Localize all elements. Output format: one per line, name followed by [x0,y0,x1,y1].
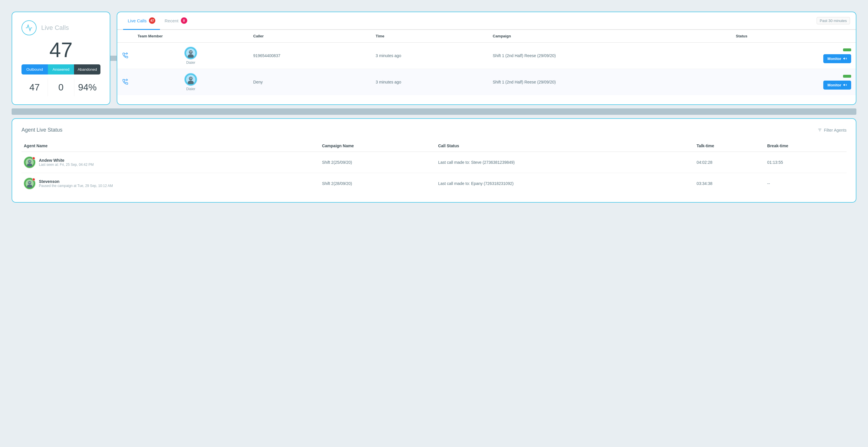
filter-agents-label: Filter Agents [824,128,846,133]
svg-point-27 [29,182,31,184]
svg-point-12 [190,78,190,78]
svg-point-28 [29,182,29,183]
middle-spacer [11,108,857,115]
svg-point-13 [191,78,192,78]
col-time-header: Time [371,30,488,43]
connector-bar [110,56,117,61]
live-calls-panel: Live Calls 47 Recent 0 Past 30 minutes T… [117,11,857,105]
stats-values: 47 0 94% [22,78,100,96]
live-calls-badge: 47 [149,18,155,24]
svg-marker-15 [843,84,845,86]
col-break-time-header: Break-time [765,140,846,152]
live-calls-title: Live Calls [41,24,69,32]
campaign-name-cell: Shift 2(28/09/20) [320,173,436,194]
agent-name-cell: Andew White Last seen at: Fri, 25 Sep, 0… [22,152,320,173]
campaign-cell: Shift 1 (2nd Half) Reese (29/09/20) [488,69,731,95]
col-icon-header [117,30,133,43]
col-team-member-header: Team Member [133,30,248,43]
monitor-button[interactable]: Monitor [823,54,851,63]
svg-point-5 [191,51,192,52]
caller-cell: Deny [248,69,371,95]
time-filter: Past 30 minutes [817,17,850,24]
status-cell: Monitor [731,69,856,95]
agent-table-row: Andew White Last seen at: Fri, 25 Sep, 0… [22,152,846,173]
break-time-cell: -- [765,173,846,194]
tab-recent[interactable]: Recent 0 [160,12,192,30]
svg-point-11 [190,77,192,80]
live-calls-header: Live Calls [22,20,100,35]
monitor-button[interactable]: Monitor [823,80,851,90]
team-member-cell: Dialer [133,43,248,69]
col-talk-time-header: Talk-time [694,140,765,152]
status-cell: Monitor [731,43,856,69]
svg-marker-7 [843,58,845,60]
speaker-icon [843,83,847,87]
campaign-cell: Shift 1 (2nd Half) Reese (29/09/20) [488,43,731,69]
svg-point-21 [29,161,31,163]
outbound-tab[interactable]: Outbound [22,64,48,74]
agent-status-card: Agent Live Status Filter Agents Agent Na… [11,118,857,203]
stats-tabs: Outbound Answered Abandoned [22,64,100,74]
calls-table: Team Member Caller Time Campaign Status [117,30,856,95]
call-table-row: Dialer Deny 3 minutes ago Shift 1 (2nd H… [117,69,856,95]
abandoned-value: 94% [74,78,100,96]
outbound-value: 47 [22,78,48,96]
agent-table-row: Stevenson Paused the campaign at Tue, 29… [22,173,846,194]
live-calls-count: 47 [22,39,100,60]
answered-value: 0 [48,78,74,96]
pulse-icon [22,20,37,35]
abandoned-tab[interactable]: Abandoned [74,64,100,74]
col-status-header: Status [731,30,856,43]
talk-time-cell: 03:34:38 [694,173,765,194]
break-time-cell: 01:13:55 [765,152,846,173]
svg-point-23 [30,161,30,162]
answered-tab[interactable]: Answered [48,64,74,74]
tab-live-calls[interactable]: Live Calls 47 [123,12,160,30]
col-agent-name-header: Agent Name [22,140,320,152]
live-calls-card: Live Calls 47 Outbound Answered Abandone… [11,11,110,105]
panel-tabs: Live Calls 47 Recent 0 Past 30 minutes [117,12,856,30]
svg-point-4 [190,51,190,52]
col-campaign-name-header: Campaign Name [320,140,436,152]
call-icon-cell [117,43,133,69]
filter-agents-button[interactable]: Filter Agents [817,128,846,133]
call-status-cell: Last call made to: Epany (726318231092) [436,173,694,194]
time-cell: 3 minutes ago [371,43,488,69]
speaker-icon [843,57,847,61]
col-call-status-header: Call Status [436,140,694,152]
team-member-cell: Dialer [133,69,248,95]
campaign-name-cell: Shift 2(25/09/20) [320,152,436,173]
recent-badge: 0 [181,18,187,24]
svg-point-22 [29,161,29,162]
call-icon-cell [117,69,133,95]
col-caller-header: Caller [248,30,371,43]
time-cell: 3 minutes ago [371,69,488,95]
talk-time-cell: 04:02:28 [694,152,765,173]
call-table-row: Dialer 919654400837 3 minutes ago Shift … [117,43,856,69]
call-status-cell: Last call made to: Steve (2736381239849) [436,152,694,173]
svg-point-3 [190,51,192,53]
agent-table: Agent Name Campaign Name Call Status Tal… [22,140,846,194]
col-campaign-header: Campaign [488,30,731,43]
svg-point-29 [30,182,30,183]
agent-status-title: Agent Live Status [22,127,62,133]
filter-icon [817,128,822,133]
caller-cell: 919654400837 [248,43,371,69]
agent-name-cell: Stevenson Paused the campaign at Tue, 29… [22,173,320,194]
agent-status-header: Agent Live Status Filter Agents [22,127,846,133]
